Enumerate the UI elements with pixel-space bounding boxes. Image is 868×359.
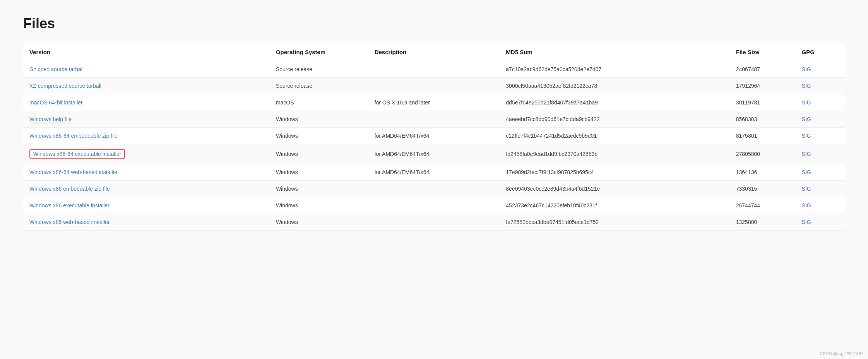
table-row: Windows x86 embeddable zip fileWindows8e…: [23, 181, 845, 197]
version-cell[interactable]: Windows x86-64 web-based installer: [23, 164, 270, 181]
table-row: Windows x86 executable installerWindows4…: [23, 197, 845, 214]
version-link-xz-tarball[interactable]: XZ compressed source tarball: [29, 83, 101, 89]
table-row: Gzipped source tarballSource releasea7c1…: [23, 61, 845, 78]
sig-link-windows-x86-64-embeddable[interactable]: SIG: [802, 133, 811, 139]
table-row: Windows x86-64 web-based installerWindow…: [23, 164, 845, 181]
filesize-cell: 26744744: [730, 197, 796, 214]
version-link-windows-x86-64-executable[interactable]: Windows x86-64 executable installer: [33, 151, 121, 157]
description-cell: [368, 78, 500, 94]
version-link-windows-x86-64-embeddable[interactable]: Windows x86-64 embeddable zip file: [29, 133, 118, 139]
os-cell: Windows: [270, 197, 368, 214]
md5-cell: fd2458fa0e9ead1dd9fbc2370a42853b: [500, 144, 729, 164]
table-row: XZ compressed source tarballSource relea…: [23, 78, 845, 94]
version-link-windows-x86-web[interactable]: Windows x86 web-based installer: [29, 219, 110, 225]
md5-cell: 8ee09403ec0cc2e89d43b4a4f6d1521e: [500, 181, 729, 197]
os-cell: macOS: [270, 94, 368, 111]
page-title: Files: [23, 15, 845, 32]
md5-cell: dd5e7f64e255d21f8d407f39a7a41ba9: [500, 94, 729, 111]
table-row: Windows x86-64 embeddable zip fileWindow…: [23, 128, 845, 144]
os-cell: Windows: [270, 181, 368, 197]
version-link-windows-x86-64-web[interactable]: Windows x86-64 web-based installer: [29, 169, 118, 175]
header-md5: MD5 Sum: [500, 43, 729, 61]
filesize-cell: 1364136: [730, 164, 796, 181]
gpg-cell[interactable]: SIG: [796, 197, 845, 214]
header-filesize: File Size: [730, 43, 796, 61]
sig-link-windows-x86-64-web[interactable]: SIG: [802, 169, 811, 175]
table-row: Windows x86-64 executable installerWindo…: [23, 144, 845, 164]
header-os: Operating System: [270, 43, 368, 61]
sig-link-windows-x86-web[interactable]: SIG: [802, 219, 811, 225]
description-cell: for AMD64/EM64T/x64: [368, 164, 500, 181]
version-cell[interactable]: Windows x86 executable installer: [23, 197, 270, 214]
header-gpg: GPG: [796, 43, 845, 61]
sig-link-macos-installer[interactable]: SIG: [802, 99, 811, 106]
gpg-cell[interactable]: SIG: [796, 144, 845, 164]
md5-cell: c12ffe7f4c1b447241d5d2aedc9b5d01: [500, 128, 729, 144]
version-cell[interactable]: Windows x86 web-based installer: [23, 214, 270, 231]
filesize-cell: 27805800: [730, 144, 796, 164]
gpg-cell[interactable]: SIG: [796, 111, 845, 128]
files-table: Version Operating System Description MD5…: [23, 43, 845, 231]
md5-cell: 4aeeebd7cc8dd90d61e7cfdda9cb9422: [500, 111, 729, 128]
filesize-cell: 1325800: [730, 214, 796, 231]
md5-cell: 3000cf50aaa413052aef82fd2122ca78: [500, 78, 729, 94]
table-header-row: Version Operating System Description MD5…: [23, 43, 845, 61]
header-description: Description: [368, 43, 500, 61]
header-version: Version: [23, 43, 270, 61]
gpg-cell[interactable]: SIG: [796, 181, 845, 197]
description-cell: [368, 61, 500, 78]
version-cell[interactable]: macOS 64-bit installer: [23, 94, 270, 111]
version-cell[interactable]: Gzipped source tarball: [23, 61, 270, 78]
sig-link-windows-x86-embeddable[interactable]: SIG: [802, 186, 811, 192]
md5-cell: 452373e2c467c14220efeb10f40c231f: [500, 197, 729, 214]
gpg-cell[interactable]: SIG: [796, 94, 845, 111]
filesize-cell: 8175801: [730, 128, 796, 144]
os-cell: Source release: [270, 78, 368, 94]
table-row: Windows x86 web-based installerWindowsfe…: [23, 214, 845, 231]
gpg-cell[interactable]: SIG: [796, 214, 845, 231]
filesize-cell: 8568303: [730, 111, 796, 128]
filesize-cell: 17912964: [730, 78, 796, 94]
description-cell: for OS X 10.9 and later: [368, 94, 500, 111]
version-link-windows-help[interactable]: Windows help file: [29, 116, 72, 123]
filesize-cell: 24067487: [730, 61, 796, 78]
sig-link-windows-x86-executable[interactable]: SIG: [802, 202, 811, 209]
gpg-cell[interactable]: SIG: [796, 61, 845, 78]
os-cell: Source release: [270, 61, 368, 78]
version-cell[interactable]: XZ compressed source tarball: [23, 78, 270, 94]
version-cell[interactable]: Windows help file: [23, 111, 270, 128]
md5-cell: 17e989d2fecf7f9f13cf987825b695c4: [500, 164, 729, 181]
md5-cell: a7c10a2ac9d62de75a0ca5204e2e7d07: [500, 61, 729, 78]
gpg-cell[interactable]: SIG: [796, 78, 845, 94]
table-row: macOS 64-bit installermacOSfor OS X 10.9…: [23, 94, 845, 111]
gpg-cell[interactable]: SIG: [796, 164, 845, 181]
version-link-macos-installer[interactable]: macOS 64-bit installer: [29, 99, 83, 106]
version-cell[interactable]: Windows x86 embeddable zip file: [23, 181, 270, 197]
filesize-cell: 7330315: [730, 181, 796, 197]
table-row: Windows help fileWindows4aeeebd7cc8dd90d…: [23, 111, 845, 128]
version-link-gzipped-tarball[interactable]: Gzipped source tarball: [29, 66, 84, 72]
gpg-cell[interactable]: SIG: [796, 128, 845, 144]
os-cell: Windows: [270, 111, 368, 128]
version-cell[interactable]: Windows x86-64 executable installer: [23, 144, 270, 164]
version-cell[interactable]: Windows x86-64 embeddable zip file: [23, 128, 270, 144]
os-cell: Windows: [270, 128, 368, 144]
description-cell: [368, 214, 500, 231]
sig-link-xz-tarball[interactable]: SIG: [802, 83, 811, 89]
filesize-cell: 30119781: [730, 94, 796, 111]
os-cell: Windows: [270, 164, 368, 181]
os-cell: Windows: [270, 214, 368, 231]
description-cell: for AMD64/EM64T/x64: [368, 128, 500, 144]
version-link-windows-x86-executable[interactable]: Windows x86 executable installer: [29, 202, 110, 209]
os-cell: Windows: [270, 144, 368, 164]
description-cell: for AMD64/EM64T/x64: [368, 144, 500, 164]
description-cell: [368, 181, 500, 197]
description-cell: [368, 111, 500, 128]
sig-link-gzipped-tarball[interactable]: SIG: [802, 66, 811, 72]
description-cell: [368, 197, 500, 214]
sig-link-windows-x86-64-executable[interactable]: SIG: [802, 151, 811, 157]
md5-cell: fe72582bbca3dbe07451fd05ece1d752: [500, 214, 729, 231]
version-link-windows-x86-embeddable[interactable]: Windows x86 embeddable zip file: [29, 186, 110, 192]
sig-link-windows-help[interactable]: SIG: [802, 116, 811, 122]
